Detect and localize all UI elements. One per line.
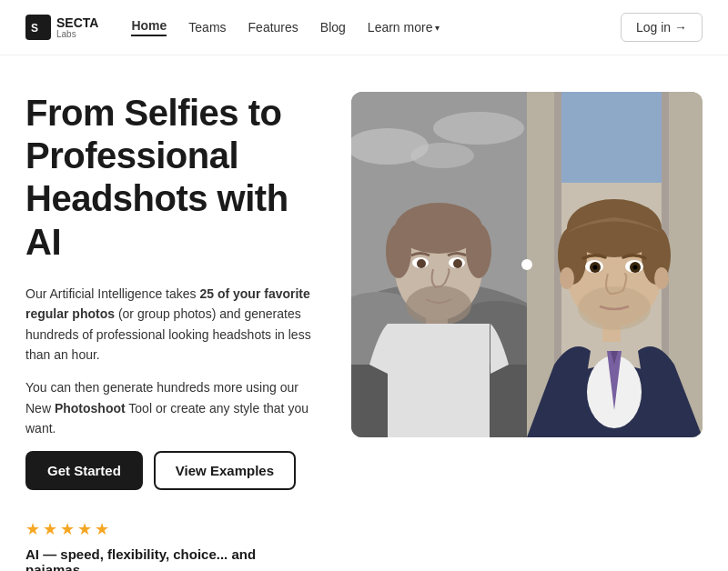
svg-rect-29	[561, 92, 662, 183]
svg-point-16	[386, 224, 411, 278]
chevron-down-icon: ▾	[435, 23, 440, 33]
nav-blog[interactable]: Blog	[320, 20, 346, 35]
nav-left: S SECTA Labs Home Teams Features Blog Le…	[25, 15, 440, 40]
photo-after	[527, 92, 703, 437]
divider-dot	[521, 259, 532, 270]
main-content: From Selfies to Professional Headshots w…	[0, 55, 728, 571]
star-1: ★	[25, 519, 40, 539]
left-column: From Selfies to Professional Headshots w…	[25, 92, 315, 571]
svg-text:S: S	[31, 22, 38, 35]
svg-point-21	[417, 259, 426, 268]
logo-icon: S	[25, 15, 51, 40]
hero-body-2: You can then generate hundreds more usin…	[25, 377, 315, 438]
nav-links: Home Teams Features Blog Learn more ▾	[131, 18, 440, 36]
brand-name: SECTA	[56, 16, 98, 29]
cta-buttons: Get Started View Examples	[25, 451, 315, 490]
nav-learn-more[interactable]: Learn more ▾	[368, 20, 440, 35]
nav-teams[interactable]: Teams	[188, 20, 226, 35]
svg-point-11	[410, 143, 474, 168]
hero-image-panel	[351, 92, 703, 437]
navbar: S SECTA Labs Home Teams Features Blog Le…	[0, 0, 728, 55]
nav-home[interactable]: Home	[131, 18, 167, 36]
svg-point-42	[593, 265, 598, 270]
hero-headline: From Selfies to Professional Headshots w…	[25, 92, 315, 264]
svg-point-10	[433, 112, 524, 145]
get-started-button[interactable]: Get Started	[25, 451, 143, 490]
star-3: ★	[60, 519, 75, 539]
star-4: ★	[77, 519, 92, 539]
brand-sub: Labs	[56, 29, 98, 39]
hero-body-1: Our Artificial Intelligence takes 25 of …	[25, 284, 315, 366]
review-title: AI — speed, flexibility, choice... and p…	[25, 546, 315, 571]
svg-point-45	[654, 267, 669, 289]
star-rating: ★ ★ ★ ★ ★	[25, 519, 315, 539]
nav-features[interactable]: Features	[248, 20, 298, 35]
svg-point-17	[466, 224, 491, 278]
photo-before	[351, 92, 527, 437]
svg-rect-23	[388, 324, 490, 437]
svg-point-44	[560, 267, 574, 289]
logo: S SECTA Labs	[25, 15, 98, 40]
svg-point-43	[633, 265, 638, 270]
view-examples-button[interactable]: View Examples	[154, 451, 296, 490]
star-5: ★	[95, 519, 109, 539]
star-2: ★	[43, 519, 57, 539]
svg-point-22	[453, 259, 462, 268]
login-button[interactable]: Log in →	[621, 13, 703, 42]
svg-point-18	[406, 286, 471, 326]
